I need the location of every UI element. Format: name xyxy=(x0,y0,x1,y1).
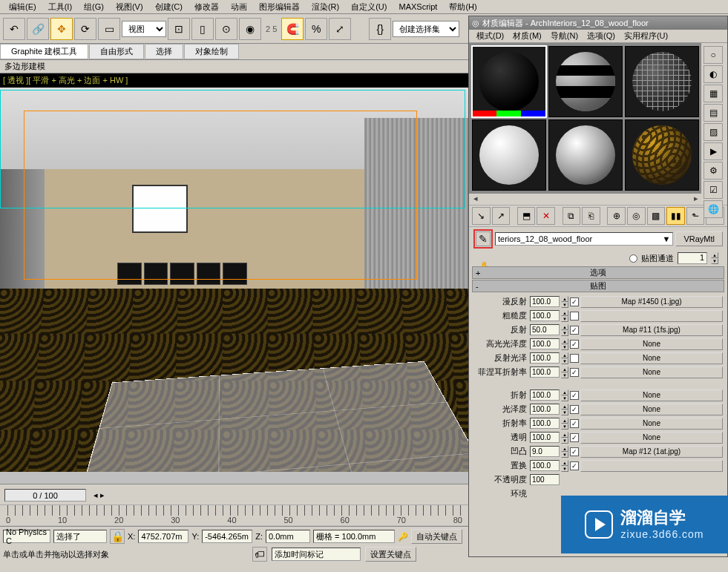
select-object-button[interactable]: ▯ xyxy=(191,18,214,40)
angle-snap-button[interactable]: % xyxy=(305,18,327,40)
time-tag-button[interactable]: 🏷 xyxy=(252,547,267,562)
map-channel-row: 贴图通道 1 ▲▼ xyxy=(469,251,727,266)
autokey-button[interactable]: 自动关键点 xyxy=(411,529,462,544)
mat-slot-1[interactable] xyxy=(472,46,546,117)
select-by-mat-button[interactable]: ☑ xyxy=(704,181,723,199)
ribbon-tab-freeform[interactable]: 自由形式 xyxy=(89,44,144,59)
mat-menu-nav[interactable]: 导航(N) xyxy=(546,30,583,42)
material-name-field[interactable]: teriors_12_08_wood_floor▼ xyxy=(495,232,673,246)
menu-maxscript[interactable]: MAXScript xyxy=(393,2,443,11)
select-name-button[interactable]: ⊙ xyxy=(215,18,237,40)
menu-customize[interactable]: 自定义(U) xyxy=(345,1,393,13)
select-move-button[interactable]: ✥ xyxy=(50,18,73,40)
rollout-maps[interactable]: -贴图 xyxy=(472,280,724,292)
diffuse-map-button[interactable]: Map #1450 (1.jpg) xyxy=(580,296,723,308)
ribbon-tab-paint[interactable]: 对象绘制 xyxy=(184,44,239,59)
lock-selection-button[interactable]: 🔒 xyxy=(110,529,125,544)
delete-mat-button[interactable]: ✕ xyxy=(537,207,555,225)
setkey-button[interactable]: 设置关键点 xyxy=(365,547,416,562)
link-button[interactable]: 🔗 xyxy=(27,18,49,40)
viewport-perspective[interactable]: [ 透视 ][ 平滑 + 高光 + 边面 + HW ] xyxy=(0,73,468,472)
mat-menu-mode[interactable]: 模式(D) xyxy=(472,30,508,42)
select-scale-button[interactable]: ▭ xyxy=(98,18,120,40)
background-button[interactable]: ▦ xyxy=(704,85,723,102)
time-ruler[interactable]: 0 10 20 30 40 50 60 70 80 xyxy=(0,504,468,525)
sample-uv-button[interactable]: ▤ xyxy=(704,104,723,122)
mat-slot-2[interactable] xyxy=(548,46,623,117)
mat-slot-5[interactable] xyxy=(548,119,623,191)
material-editor-window[interactable]: ◎ 材质编辑器 - ArchInteriors_12_08_wood_floor… xyxy=(468,16,728,557)
menu-modifiers[interactable]: 修改器 xyxy=(188,1,225,13)
mat-slot-3[interactable] xyxy=(625,46,699,117)
ribbon-tab-graphite[interactable]: Graphite 建模工具 xyxy=(0,44,88,59)
sample-type-button[interactable]: ○ xyxy=(704,46,723,64)
show-map-button[interactable]: ▩ xyxy=(647,207,666,225)
get-material-button[interactable]: ↘ xyxy=(472,207,491,225)
show-end-result-button[interactable]: ▮▮ xyxy=(666,207,685,225)
menu-graph[interactable]: 图形编辑器 xyxy=(253,1,306,13)
mat-menu-options[interactable]: 选项(Q) xyxy=(583,30,620,42)
mat-slot-4[interactable] xyxy=(472,119,546,191)
viewport-label[interactable]: [ 透视 ][ 平滑 + 高光 + 边面 + HW ] xyxy=(3,75,128,86)
options-button[interactable]: ⚙ xyxy=(704,162,723,180)
snap-toggle-button[interactable]: 🧲 xyxy=(281,18,304,40)
sample-tools-vertical: ○ ◐ ▦ ▤ ▨ ▶ ⚙ ☑ 🌐 xyxy=(704,46,726,218)
material-sample-slots xyxy=(469,43,701,194)
menu-render[interactable]: 渲染(R) xyxy=(306,1,345,13)
pick-material-button[interactable]: ✎ xyxy=(473,229,493,249)
mat-menu-util[interactable]: 实用程序(U) xyxy=(620,30,672,42)
map-channel-radio[interactable] xyxy=(629,254,637,263)
named-sets-dropdown[interactable]: 创建选择集 xyxy=(393,21,459,37)
spinner-snap-button[interactable]: ⤢ xyxy=(329,18,351,40)
menu-create[interactable]: 创建(C) xyxy=(149,1,188,13)
physics-status: No Physics C xyxy=(3,530,50,543)
menu-help[interactable]: 帮助(H) xyxy=(443,1,482,13)
put-to-lib-button[interactable]: ⊕ xyxy=(607,207,626,225)
map-channel-value[interactable]: 1 xyxy=(678,252,707,264)
make-preview-button[interactable]: ▶ xyxy=(704,142,723,160)
go-parent-button[interactable]: ⬑ xyxy=(686,207,705,225)
map-row-gloss: 光泽度 100.0 ▲▼ ✓ None xyxy=(473,402,723,416)
mat-id-button[interactable]: ◎ xyxy=(627,207,646,225)
select-rotate-button[interactable]: ⟳ xyxy=(74,18,96,40)
y-coord-field[interactable]: -5464.265m xyxy=(202,530,252,543)
use-center-button[interactable]: ⊡ xyxy=(168,18,190,40)
sphere-icon: ◎ xyxy=(472,19,479,28)
select-region-button[interactable]: ◉ xyxy=(239,18,261,40)
manage-sets-button[interactable]: {} xyxy=(369,18,391,40)
undo-button[interactable]: ↶ xyxy=(3,18,25,40)
assign-to-sel-button[interactable]: ⬒ xyxy=(517,207,536,225)
time-slider[interactable]: 0 / 100 xyxy=(4,489,86,502)
video-check-button[interactable]: ▨ xyxy=(704,123,723,141)
make-copy-button[interactable]: ⧉ xyxy=(563,207,581,225)
mat-slot-6[interactable] xyxy=(625,119,699,191)
menu-animation[interactable]: 动画 xyxy=(225,1,253,13)
material-type-button[interactable]: VRayMtl xyxy=(675,231,723,246)
put-to-scene-button[interactable]: ↗ xyxy=(492,207,511,225)
x-coord-field[interactable]: 4752.707m xyxy=(138,530,188,543)
slot-scroll[interactable]: ◂▸ xyxy=(469,194,703,205)
map-row-ior: 折射率 100.0 ▲▼ ✓ None xyxy=(473,416,723,430)
mat-menu-material[interactable]: 材质(M) xyxy=(508,30,546,42)
material-editor-menu[interactable]: 模式(D) 材质(M) 导航(N) 选项(Q) 实用程序(U) xyxy=(469,30,727,43)
menu-group[interactable]: 组(G) xyxy=(78,1,110,13)
menu-tools[interactable]: 工具(I) xyxy=(42,1,78,13)
mat-map-nav-button[interactable]: 🌐 xyxy=(704,200,723,218)
main-menu-bar[interactable]: 编辑(E) 工具(I) 组(G) 视图(V) 创建(C) 修改器 动画 图形编辑… xyxy=(0,0,728,14)
make-unique-button[interactable]: ⎗ xyxy=(582,207,600,225)
time-slider-bar[interactable]: 0 / 100 ◂ ▸ xyxy=(0,484,468,506)
menu-view[interactable]: 视图(V) xyxy=(110,1,149,13)
map-row-roughness: 粗糙度 100.0 ▲▼ xyxy=(473,309,723,323)
ribbon-tab-select[interactable]: 选择 xyxy=(145,44,183,59)
diffuse-checkbox[interactable]: ✓ xyxy=(570,297,579,306)
menu-edit[interactable]: 编辑(E) xyxy=(3,1,42,13)
backlight-button[interactable]: ◐ xyxy=(704,65,723,83)
diffuse-amount[interactable]: 100.0 xyxy=(530,296,560,307)
map-row-reflect-gloss: 反射光泽 100.0 ▲▼ None xyxy=(473,351,723,365)
z-coord-field[interactable]: 0.0mm xyxy=(266,530,310,543)
ref-coord-dropdown[interactable]: 视图 xyxy=(122,21,166,37)
rollout-options[interactable]: +选项 xyxy=(472,266,724,279)
time-tag-field[interactable]: 添加时间标记 xyxy=(272,548,361,561)
map-channel-spinner[interactable]: ▲▼ xyxy=(711,252,718,264)
material-editor-titlebar[interactable]: ◎ 材质编辑器 - ArchInteriors_12_08_wood_floor xyxy=(469,16,727,30)
